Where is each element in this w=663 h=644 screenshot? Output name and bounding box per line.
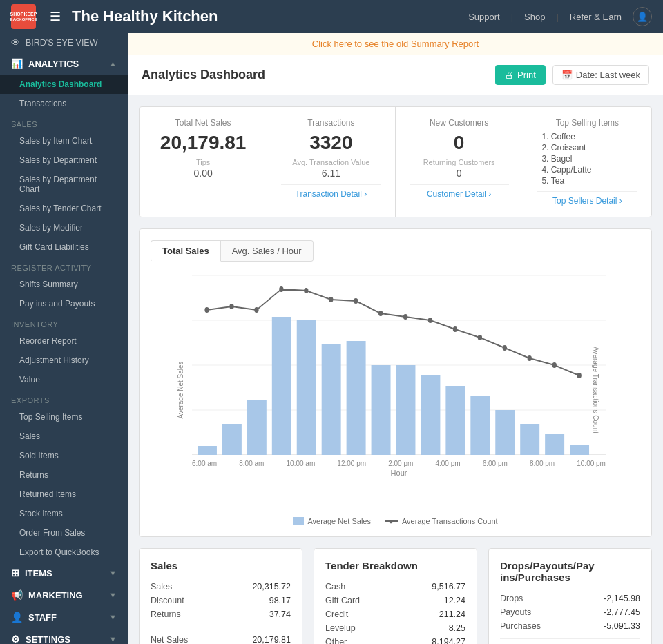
sidebar-item-reorder[interactable]: Reorder Report xyxy=(0,331,128,351)
analytics-chevron: ▲ xyxy=(109,59,117,68)
svg-point-33 xyxy=(254,307,258,313)
sidebar-item-returns[interactable]: Returns xyxy=(0,465,128,485)
legend-bar-item: Average Net Sales xyxy=(293,517,371,525)
sidebar-category-marketing[interactable]: 📢 MARKETING ▼ xyxy=(0,584,128,606)
sidebar-item-sales-by-dept[interactable]: Sales by Department xyxy=(0,150,128,170)
bottom-section: Sales Sales 20,315.72 Discount 98.17 Ret… xyxy=(139,548,652,644)
adjustment-label: Adjustment History xyxy=(19,355,89,365)
hamburger-icon[interactable]: ☰ xyxy=(50,9,61,24)
svg-rect-26 xyxy=(470,396,490,455)
sidebar-item-adjustment[interactable]: Adjustment History xyxy=(0,351,128,370)
drops-row-payouts: Payouts -2,777.45 xyxy=(500,605,640,619)
total-net-sales-label: Total Net Sales xyxy=(153,118,253,128)
tender-row-levelup: Levelup 8.25 xyxy=(325,621,465,635)
logo[interactable]: SHOPKEEP BACKOFFICE xyxy=(11,4,36,29)
x-label-4pm: 4:00 pm xyxy=(435,460,460,467)
items-label: ITEMS xyxy=(25,568,52,578)
sidebar-item-returned-items[interactable]: Returned Items xyxy=(0,485,128,504)
sidebar: 👁 BIRD'S EYE VIEW 📊 ANALYTICS ▲ Analytic… xyxy=(0,33,128,644)
drops-row-drops: Drops -2,145.98 xyxy=(500,592,640,605)
sidebar-item-gift-card[interactable]: Gift Card Liabilities xyxy=(0,237,128,257)
stock-items-label: Stock Items xyxy=(19,509,63,518)
date-filter[interactable]: 📅 Date: Last week xyxy=(552,65,649,85)
banner-link[interactable]: Click here to see the old Summary Report xyxy=(312,39,479,49)
net-sales-label: Net Sales xyxy=(151,635,188,644)
svg-point-45 xyxy=(552,362,557,368)
sold-items-label: Sold Items xyxy=(19,451,59,460)
sidebar-item-order-from-sales[interactable]: Order From Sales xyxy=(0,523,128,543)
sales-row-discount: Discount 98.17 xyxy=(151,594,291,607)
sidebar-item-sold-items[interactable]: Sold Items xyxy=(0,446,128,465)
sidebar-category-items[interactable]: ⊞ ITEMS ▼ xyxy=(0,562,128,584)
sidebar-item-transactions[interactable]: Transactions xyxy=(0,94,128,113)
customer-detail-link[interactable]: Customer Detail › xyxy=(410,184,509,199)
top-sellers-detail-link[interactable]: Top Sellers Detail › xyxy=(537,191,637,206)
user-icon[interactable]: 👤 xyxy=(633,7,652,26)
settings-label: SETTINGS xyxy=(26,634,70,645)
items-icon: ⊞ xyxy=(11,567,19,578)
legend-bar-icon xyxy=(293,517,304,525)
svg-rect-23 xyxy=(396,365,416,455)
credit-label: Credit xyxy=(325,609,348,619)
x-label-8am: 8:00 am xyxy=(239,460,264,467)
tender-row-other: Other 8,194.27 xyxy=(325,635,465,644)
sidebar-item-sales-by-dept-chart[interactable]: Sales by Department Chart xyxy=(0,170,128,199)
other-label: Other xyxy=(325,637,347,644)
staff-icon: 👤 xyxy=(11,612,23,623)
date-label: Date: Last week xyxy=(576,70,640,80)
print-icon: 🖨 xyxy=(505,70,514,80)
drops-card-title: Drops/Payouts/Pay ins/Purchases xyxy=(500,560,640,583)
x-label-6pm: 6:00 pm xyxy=(483,460,508,467)
quickbooks-label: Export to QuickBooks xyxy=(19,547,99,557)
sidebar-item-value[interactable]: Value xyxy=(0,370,128,389)
tab-avg-sales-hour[interactable]: Avg. Sales / Hour xyxy=(221,240,314,262)
sidebar-item-sales-export[interactable]: Sales xyxy=(0,427,128,446)
svg-point-36 xyxy=(329,297,333,302)
new-customers-label: New Customers xyxy=(410,118,509,128)
sidebar-item-payins[interactable]: Pay ins and Payouts xyxy=(0,294,128,313)
sidebar-category-staff[interactable]: 👤 STAFF ▼ xyxy=(0,606,128,628)
shop-link[interactable]: Shop xyxy=(524,12,545,22)
banner[interactable]: Click here to see the old Summary Report xyxy=(128,33,663,55)
svg-point-44 xyxy=(528,355,532,361)
sidebar-item-bird-eye[interactable]: 👁 BIRD'S EYE VIEW xyxy=(0,33,128,52)
sales-card-title: Sales xyxy=(151,560,291,572)
tender-row-cash: Cash 9,516.77 xyxy=(325,580,465,594)
chart-legend: Average Net Sales ● Average Transactions… xyxy=(151,517,640,525)
sidebar-category-settings[interactable]: ⚙ SETTINGS ▼ xyxy=(0,628,128,644)
refer-link[interactable]: Refer & Earn xyxy=(570,12,622,22)
dashboard-content: Total Net Sales 20,179.81 Tips 0.00 Tran… xyxy=(128,95,663,644)
header-actions: 🖨 Print 📅 Date: Last week xyxy=(495,65,649,85)
sidebar-item-top-selling[interactable]: Top Selling Items xyxy=(0,407,128,427)
returns-label: Returns xyxy=(151,609,181,619)
sidebar-category-analytics[interactable]: 📊 ANALYTICS ▲ xyxy=(0,52,128,75)
sidebar-item-sales-by-modifier[interactable]: Sales by Modifier xyxy=(0,218,128,237)
sidebar-item-quickbooks[interactable]: Export to QuickBooks xyxy=(0,543,128,562)
sidebar-item-stock-items[interactable]: Stock Items xyxy=(0,504,128,523)
drops-label: Drops xyxy=(500,594,523,603)
svg-rect-24 xyxy=(421,375,440,455)
cash-label: Cash xyxy=(325,582,345,592)
avg-txn-value: 6.11 xyxy=(281,168,381,179)
cash-value: 9,516.77 xyxy=(432,582,465,592)
sidebar-item-sales-by-tender[interactable]: Sales by Tender Chart xyxy=(0,199,128,218)
shifts-label: Shifts Summary xyxy=(19,280,78,289)
top-seller-1: Coffee xyxy=(551,132,637,142)
reorder-label: Reorder Report xyxy=(19,336,77,346)
tab-total-sales[interactable]: Total Sales xyxy=(151,240,221,262)
svg-point-38 xyxy=(378,311,383,316)
svg-point-37 xyxy=(354,298,358,304)
top-seller-3: Bagel xyxy=(551,154,637,164)
sidebar-item-analytics-dashboard[interactable]: Analytics Dashboard xyxy=(0,75,128,94)
total-net-sales-value: 20,179.81 xyxy=(153,132,253,154)
transactions-label: Transactions xyxy=(281,118,381,128)
sidebar-item-shifts[interactable]: Shifts Summary xyxy=(0,275,128,294)
drops-divider1 xyxy=(500,638,640,639)
svg-rect-17 xyxy=(247,400,267,455)
tender-row-credit: Credit 211.24 xyxy=(325,607,465,621)
transaction-detail-link[interactable]: Transaction Detail › xyxy=(281,184,381,199)
print-button[interactable]: 🖨 Print xyxy=(495,65,546,85)
support-link[interactable]: Support xyxy=(468,12,500,22)
settings-chevron: ▼ xyxy=(109,635,117,643)
sidebar-item-sales-by-item[interactable]: Sales by Item Chart xyxy=(0,131,128,150)
